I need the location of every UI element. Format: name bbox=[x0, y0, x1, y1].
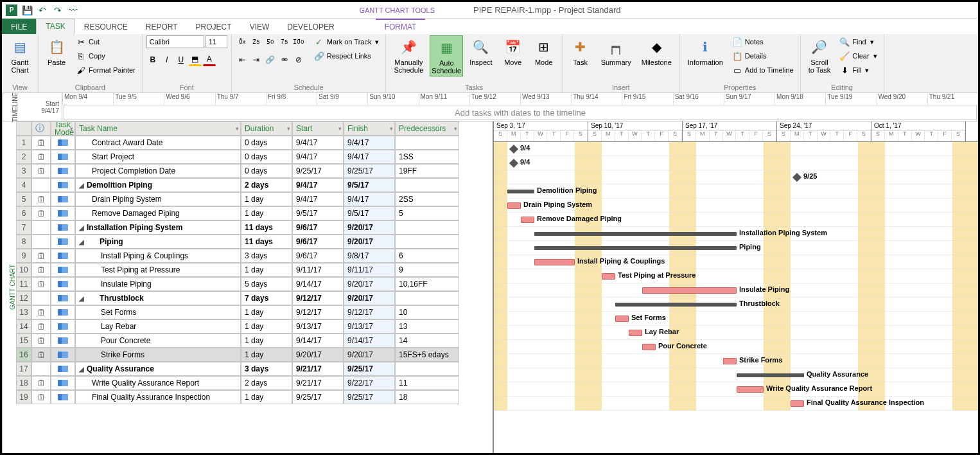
duration-cell[interactable]: 0 days bbox=[241, 164, 292, 178]
italic-button[interactable]: I bbox=[161, 53, 173, 66]
row-number[interactable]: 9 bbox=[16, 249, 31, 263]
info-cell[interactable]: 🗓 bbox=[31, 192, 51, 206]
duration-cell[interactable]: 1 day bbox=[241, 390, 292, 404]
predecessors-cell[interactable]: 6 bbox=[395, 249, 459, 263]
duration-cell[interactable]: 1 day bbox=[241, 348, 292, 362]
finish-cell[interactable]: 9/20/17 bbox=[344, 235, 395, 249]
tab-file[interactable]: FILE bbox=[2, 19, 36, 34]
task-name-cell[interactable]: Insulate Piping bbox=[75, 277, 241, 291]
col-info[interactable]: ⓘ bbox=[31, 121, 51, 136]
tab-developer[interactable]: DEVELOPER bbox=[278, 19, 343, 34]
gantt-row[interactable] bbox=[494, 312, 978, 326]
scroll-to-task-button[interactable]: 🔎 Scroll to Task bbox=[805, 35, 835, 75]
tab-project[interactable]: PROJECT bbox=[187, 19, 241, 34]
start-cell[interactable]: 9/21/17 bbox=[292, 362, 344, 376]
mode-cell[interactable] bbox=[51, 348, 75, 362]
task-bar[interactable] bbox=[629, 330, 642, 336]
finish-cell[interactable]: 9/20/17 bbox=[344, 220, 395, 235]
start-cell[interactable]: 9/4/17 bbox=[292, 136, 344, 150]
start-cell[interactable]: 9/25/17 bbox=[292, 164, 344, 178]
predecessors-cell[interactable]: 13 bbox=[395, 319, 459, 334]
task-name-cell[interactable]: Project Completion Date bbox=[75, 164, 241, 178]
cut-button[interactable]: ✂Cut bbox=[73, 35, 138, 48]
save-icon[interactable]: 💾 bbox=[21, 4, 33, 16]
duration-cell[interactable]: 5 days bbox=[241, 277, 292, 291]
inactivate-button[interactable]: ⊘ bbox=[292, 53, 305, 66]
duration-cell[interactable]: 1 day bbox=[241, 206, 292, 220]
predecessors-cell[interactable]: 14 bbox=[395, 334, 459, 348]
finish-cell[interactable]: 9/20/17 bbox=[344, 277, 395, 291]
finish-cell[interactable]: 9/14/17 bbox=[344, 334, 395, 348]
start-cell[interactable]: 9/5/17 bbox=[292, 206, 344, 220]
activity-icon[interactable]: 〰 bbox=[67, 4, 79, 16]
finish-cell[interactable]: 9/11/17 bbox=[344, 263, 395, 277]
undo-icon[interactable]: ↶ bbox=[37, 4, 48, 16]
mode-button[interactable]: ⊞ Mode bbox=[530, 35, 558, 67]
task-name-cell[interactable]: Final Quality Assurance Inspection bbox=[75, 390, 241, 404]
gantt-row[interactable] bbox=[494, 142, 978, 156]
font-size-input[interactable] bbox=[206, 35, 227, 48]
row-number[interactable]: 10 bbox=[16, 263, 31, 277]
insert-summary-button[interactable]: ┍┑ Summary bbox=[597, 35, 635, 67]
info-cell[interactable]: 🗓 bbox=[31, 305, 51, 319]
col-rownum[interactable] bbox=[16, 121, 31, 136]
task-name-cell[interactable]: ◢Quality Assurance bbox=[75, 362, 241, 376]
row-number[interactable]: 5 bbox=[16, 192, 31, 206]
unlink-button[interactable]: ⚮ bbox=[278, 53, 291, 66]
task-bar[interactable] bbox=[723, 358, 737, 364]
collapse-icon[interactable]: ◢ bbox=[79, 224, 84, 231]
inspect-button[interactable]: 🔍 Inspect bbox=[466, 35, 496, 67]
details-button[interactable]: 📋Details bbox=[730, 49, 796, 62]
tab-view[interactable]: VIEW bbox=[241, 19, 279, 34]
move-button[interactable]: 📅 Move bbox=[499, 35, 527, 67]
add-timeline-button[interactable]: ▭Add to Timeline bbox=[730, 64, 796, 76]
duration-cell[interactable]: 1 day bbox=[241, 334, 292, 348]
info-cell[interactable] bbox=[31, 362, 51, 376]
mode-cell[interactable] bbox=[51, 263, 75, 277]
duration-cell[interactable]: 1 day bbox=[241, 263, 292, 277]
row-number[interactable]: 8 bbox=[16, 235, 31, 249]
info-cell[interactable]: 🗓 bbox=[31, 206, 51, 220]
task-name-cell[interactable]: Write Quality Assurance Report bbox=[75, 376, 241, 390]
mode-cell[interactable] bbox=[51, 192, 75, 206]
gantt-row[interactable] bbox=[494, 170, 978, 184]
row-number[interactable]: 15 bbox=[16, 334, 31, 348]
gantt-row[interactable] bbox=[494, 340, 978, 354]
finish-cell[interactable]: 9/4/17 bbox=[344, 136, 395, 150]
predecessors-cell[interactable]: 10 bbox=[395, 305, 459, 319]
find-button[interactable]: 🔍Find▾ bbox=[837, 35, 879, 48]
notes-button[interactable]: 📄Notes bbox=[730, 35, 796, 48]
task-bar[interactable] bbox=[521, 217, 534, 223]
gantt-row[interactable] bbox=[494, 326, 978, 340]
predecessors-cell[interactable]: 15FS+5 edays bbox=[395, 348, 459, 362]
fill-button[interactable]: ⬇Fill▾ bbox=[837, 64, 879, 76]
finish-cell[interactable]: 9/25/17 bbox=[344, 390, 395, 404]
finish-cell[interactable]: 9/20/17 bbox=[344, 291, 395, 305]
task-name-cell[interactable]: ◢Installation Piping System bbox=[75, 220, 241, 235]
information-button[interactable]: ℹ Information bbox=[684, 35, 727, 67]
predecessors-cell[interactable]: 2SS bbox=[395, 192, 459, 206]
predecessors-cell[interactable]: 11 bbox=[395, 376, 459, 390]
predecessors-cell[interactable] bbox=[395, 220, 459, 235]
task-name-cell[interactable]: Install Piping & Couplings bbox=[75, 249, 241, 263]
task-bar[interactable] bbox=[642, 287, 737, 294]
predecessors-cell[interactable]: 5 bbox=[395, 206, 459, 220]
tab-task[interactable]: TASK bbox=[36, 19, 74, 34]
summary-bar[interactable] bbox=[534, 246, 737, 250]
summary-bar[interactable] bbox=[534, 232, 737, 236]
gantt-row[interactable] bbox=[494, 382, 978, 397]
info-cell[interactable]: 🗓 bbox=[31, 277, 51, 291]
finish-cell[interactable]: 9/25/17 bbox=[344, 362, 395, 376]
predecessors-cell[interactable] bbox=[395, 136, 459, 150]
row-number[interactable]: 19 bbox=[16, 390, 31, 404]
outdent-button[interactable]: ⇤ bbox=[236, 53, 249, 66]
info-cell[interactable]: 🗓 bbox=[31, 319, 51, 334]
start-cell[interactable]: 9/4/17 bbox=[292, 150, 344, 164]
predecessors-cell[interactable] bbox=[395, 178, 459, 192]
finish-cell[interactable]: 9/13/17 bbox=[344, 319, 395, 334]
task-name-cell[interactable]: Lay Rebar bbox=[75, 319, 241, 334]
mark-on-track-button[interactable]: ✓Mark on Track▾ bbox=[311, 35, 382, 48]
tab-format[interactable]: FORMAT bbox=[376, 19, 426, 34]
mode-cell[interactable] bbox=[51, 235, 75, 249]
finish-cell[interactable]: 9/4/17 bbox=[344, 192, 395, 206]
